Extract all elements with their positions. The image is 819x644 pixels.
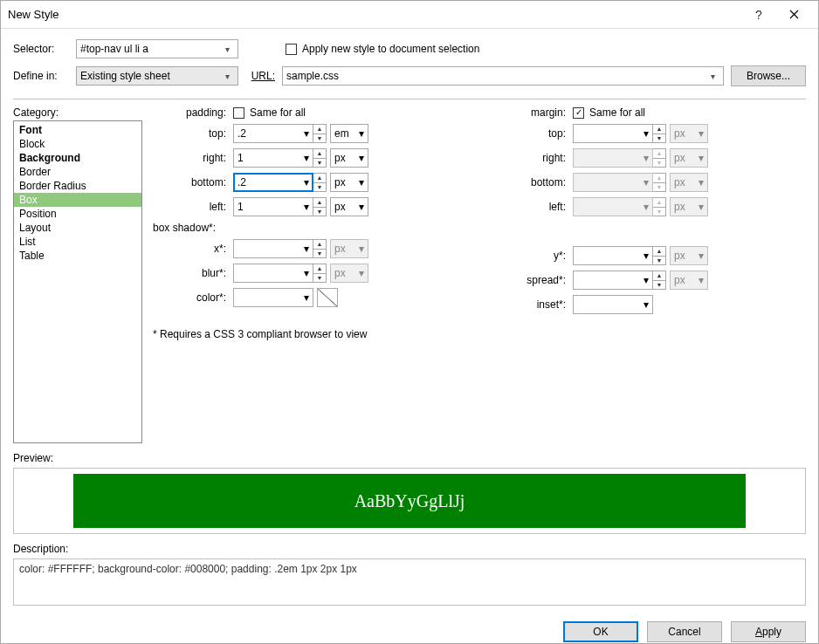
shadow-y-unit: px▾: [670, 246, 708, 265]
selector-combo[interactable]: #top-nav ul li a ▾: [76, 39, 238, 58]
shadow-spread-spinner[interactable]: ▲▼: [652, 271, 666, 290]
margin-same-checkbox[interactable]: ✓ Same for all: [573, 106, 645, 119]
shadow-blur-input[interactable]: ▾: [233, 264, 313, 283]
chevron-down-icon: ▾: [304, 267, 309, 279]
category-item-layout[interactable]: Layout: [14, 221, 141, 235]
padding-bottom-spinner[interactable]: ▲▼: [313, 173, 327, 192]
definein-label: Define in:: [13, 70, 69, 82]
chevron-down-icon: ▾: [699, 176, 704, 188]
margin-bottom-input: ▾: [573, 173, 653, 192]
category-item-box[interactable]: Box: [14, 193, 141, 207]
category-item-border-radius[interactable]: Border Radius: [14, 179, 141, 193]
dialog-window: New Style ? Selector: #top-nav ul li a ▾…: [0, 0, 819, 644]
chevron-down-icon: ▾: [644, 274, 649, 286]
shadow-blur-label: blur*:: [153, 267, 233, 279]
margin-top-unit: px▾: [670, 124, 708, 143]
margin-bottom-label: bottom:: [492, 176, 573, 188]
category-item-table[interactable]: Table: [14, 249, 141, 263]
category-list[interactable]: Font Block Background Border Border Radi…: [13, 120, 142, 443]
chevron-down-icon: ▾: [644, 176, 649, 188]
boxshadow-label: box shadow*:: [153, 222, 223, 234]
category-item-border[interactable]: Border: [14, 165, 141, 179]
margin-top-spinner[interactable]: ▲▼: [652, 124, 666, 143]
padding-left-label: left:: [153, 201, 233, 213]
margin-right-spinner: ▲▼: [652, 148, 666, 168]
help-button[interactable]: ?: [741, 1, 776, 29]
margin-left-input: ▾: [573, 197, 653, 216]
preview-box: AaBbYyGgLlJj: [13, 468, 806, 534]
padding-left-unit[interactable]: px▾: [330, 197, 368, 216]
window-title: New Style: [8, 8, 741, 21]
padding-right-label: right:: [153, 152, 233, 164]
padding-right-input[interactable]: 1▾: [233, 148, 313, 168]
button-row: OK Cancel Apply: [1, 614, 818, 644]
close-button[interactable]: [776, 1, 811, 29]
browse-button[interactable]: Browse...: [731, 65, 806, 86]
chevron-down-icon: ▾: [699, 250, 704, 262]
chevron-down-icon: ▾: [644, 298, 649, 311]
padding-top-unit[interactable]: em▾: [330, 124, 368, 143]
padding-top-spinner[interactable]: ▲▼: [313, 124, 327, 143]
checkbox-icon: [233, 107, 244, 119]
padding-bottom-input[interactable]: .2▾: [233, 173, 313, 192]
checkbox-icon: ✓: [573, 107, 584, 119]
shadow-blur-spinner[interactable]: ▲▼: [313, 264, 327, 283]
padding-left-input[interactable]: 1▾: [233, 197, 313, 216]
box-form: padding: Same for all top: .2▾ ▲▼ em▾: [153, 106, 806, 443]
shadow-x-label: x*:: [153, 243, 233, 255]
shadow-color-swatch[interactable]: [317, 288, 338, 307]
category-label: Category:: [13, 106, 142, 119]
shadow-y-input[interactable]: ▾: [573, 246, 653, 265]
padding-right-unit[interactable]: px▾: [330, 148, 368, 168]
category-item-background[interactable]: Background: [14, 151, 141, 165]
chevron-down-icon: ▾: [304, 243, 309, 255]
ok-button[interactable]: OK: [563, 621, 638, 642]
description-box: color: #FFFFFF; background-color: #00800…: [13, 558, 806, 606]
apply-to-selection-checkbox[interactable]: Apply new style to document selection: [286, 43, 479, 55]
chevron-down-icon: ▾: [304, 127, 309, 140]
margin-label: margin:: [492, 106, 573, 119]
margin-bottom-unit: px▾: [670, 173, 708, 192]
url-combo[interactable]: sample.css ▾: [282, 66, 724, 86]
checkbox-icon: [286, 44, 297, 55]
shadow-spread-input[interactable]: ▾: [573, 271, 653, 290]
css3-footnote: * Requires a CSS 3 compliant browser to …: [153, 328, 806, 340]
chevron-down-icon: ▾: [699, 152, 704, 164]
description-label: Description:: [13, 543, 806, 555]
category-item-font[interactable]: Font: [14, 123, 141, 137]
category-item-block[interactable]: Block: [14, 137, 141, 151]
shadow-spread-label: spread*:: [492, 274, 573, 286]
margin-left-label: left:: [492, 201, 573, 213]
close-icon: [789, 10, 799, 19]
chevron-down-icon: ▾: [644, 250, 649, 262]
shadow-x-unit: px▾: [330, 239, 368, 258]
margin-top-input[interactable]: ▾: [573, 124, 653, 143]
shadow-inset-input[interactable]: ▾: [573, 295, 653, 314]
apply-button[interactable]: Apply: [731, 621, 806, 642]
shadow-x-spinner[interactable]: ▲▼: [313, 239, 327, 258]
padding-bottom-unit[interactable]: px▾: [330, 173, 368, 192]
chevron-down-icon: ▾: [644, 127, 649, 140]
shadow-blur-unit: px▾: [330, 264, 368, 283]
padding-left-spinner[interactable]: ▲▼: [313, 197, 327, 216]
shadow-spread-unit: px▾: [670, 271, 708, 290]
shadow-x-input[interactable]: ▾: [233, 239, 313, 258]
cancel-button[interactable]: Cancel: [647, 621, 722, 642]
definein-combo[interactable]: Existing style sheet ▾: [76, 66, 238, 86]
category-item-position[interactable]: Position: [14, 207, 141, 221]
shadow-y-spinner[interactable]: ▲▼: [652, 246, 666, 265]
padding-same-checkbox[interactable]: Same for all: [233, 106, 306, 119]
margin-right-input: ▾: [573, 148, 653, 168]
url-label: URL:: [251, 70, 275, 82]
shadow-color-input[interactable]: ▾: [233, 288, 313, 307]
chevron-down-icon: ▾: [699, 274, 704, 286]
chevron-down-icon: ▾: [644, 201, 649, 213]
chevron-down-icon: ▾: [644, 152, 649, 164]
padding-top-input[interactable]: .2▾: [233, 124, 313, 143]
padding-right-spinner[interactable]: ▲▼: [313, 148, 327, 168]
shadow-y-label: y*:: [492, 250, 573, 262]
category-item-list[interactable]: List: [14, 235, 141, 249]
title-bar: New Style ?: [1, 1, 818, 29]
shadow-color-label: color*:: [153, 291, 233, 304]
chevron-down-icon: ▾: [304, 291, 309, 304]
